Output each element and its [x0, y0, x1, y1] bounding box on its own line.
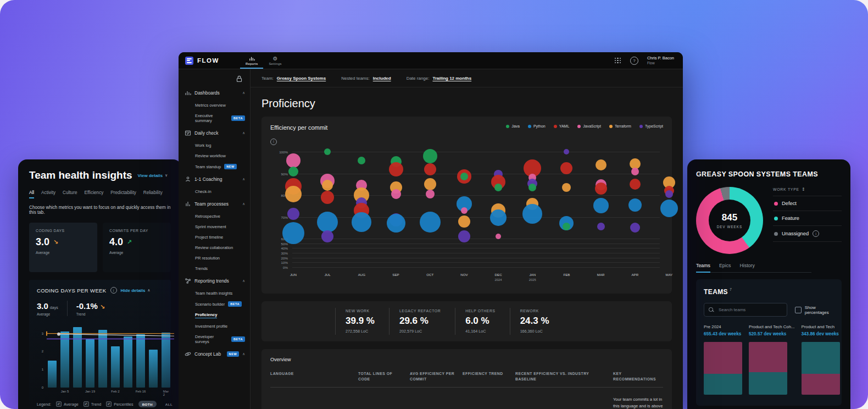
hide-details-link[interactable]: Hide details ∧	[121, 288, 151, 293]
bubble-java[interactable]	[528, 184, 536, 191]
pill-all[interactable]: ALL	[162, 401, 176, 407]
bubble-terraform[interactable]	[322, 180, 333, 191]
tab-reports[interactable]: Reports	[240, 52, 263, 69]
bar[interactable]	[162, 333, 170, 388]
sidebar-item-trends[interactable]: Trends	[179, 263, 250, 274]
bubble-yaml[interactable]	[595, 183, 607, 195]
sidebar-item-project-timeline[interactable]: Project timeline	[179, 232, 250, 242]
bar[interactable]	[149, 350, 158, 388]
bubble-yaml[interactable]	[630, 179, 641, 190]
filter-value[interactable]: Included	[373, 76, 391, 81]
bar[interactable]	[124, 336, 132, 388]
help-icon[interactable]: ?	[630, 57, 638, 65]
tab-culture[interactable]: Culture	[63, 190, 77, 198]
bubble-java[interactable]	[324, 148, 331, 155]
bubble-python[interactable]	[420, 212, 441, 233]
tab-all[interactable]: All	[29, 190, 34, 198]
sidebar-item-proficiency[interactable]: Proficiency	[179, 309, 250, 321]
bubble-javascript[interactable]	[391, 189, 401, 199]
info-icon[interactable]: i	[270, 139, 277, 145]
checkbox-checked[interactable]: ✓	[56, 401, 62, 407]
bubble-python[interactable]	[317, 212, 338, 233]
sidebar-item-work-log[interactable]: Work log	[179, 140, 250, 151]
tab-settings[interactable]: ⚙Settings	[263, 52, 287, 69]
sidebar-item-developer-surveys[interactable]: Developer surveysBETA	[179, 331, 250, 347]
tab-efficiency[interactable]: Efficiency	[84, 190, 103, 198]
bubble-javascript[interactable]	[461, 207, 468, 214]
bubble-python[interactable]	[593, 198, 609, 213]
pill-both[interactable]: BOTH	[138, 401, 157, 407]
bubble-typescript[interactable]	[287, 208, 299, 220]
bubble-javascript[interactable]	[631, 168, 639, 175]
bubble-terraform[interactable]	[424, 178, 436, 190]
show-percentages-option[interactable]: Show percentages	[795, 305, 834, 315]
bubble-javascript[interactable]	[286, 153, 301, 168]
search-teams-input[interactable]	[717, 307, 782, 313]
bubble-typescript[interactable]	[665, 190, 673, 198]
bubble-python[interactable]	[387, 214, 405, 233]
work-type-row-feature[interactable]: Feature	[773, 211, 842, 226]
bar[interactable]	[86, 339, 94, 388]
bubble-terraform[interactable]	[596, 159, 607, 170]
sidebar-item-sprint-movement[interactable]: Sprint movement	[179, 222, 250, 232]
bubble-java[interactable]	[494, 184, 502, 191]
sort-icon[interactable]: ↕	[802, 187, 806, 192]
sidebar-item-review-collaboration[interactable]: Review collaboration	[179, 242, 250, 253]
bar[interactable]	[73, 327, 82, 388]
bubble-javascript[interactable]	[426, 190, 435, 198]
apps-grid-icon[interactable]	[615, 58, 621, 64]
bubble-python[interactable]	[490, 209, 507, 226]
show-percentages-checkbox[interactable]	[795, 307, 802, 313]
sidebar-item-pr-resolution[interactable]: PR resolution	[179, 253, 250, 263]
info-icon[interactable]: i	[110, 287, 117, 294]
app-logo[interactable]: FLOW	[179, 52, 240, 69]
team-stacked-bar[interactable]	[802, 342, 840, 395]
work-type-row-unassigned[interactable]: Unassignedi	[773, 226, 842, 242]
sidebar-item-review-workflow[interactable]: Review workflow	[179, 151, 250, 161]
bubble-typescript[interactable]	[564, 149, 569, 154]
info-icon[interactable]: i	[813, 230, 819, 237]
bubble-python[interactable]	[282, 222, 304, 244]
legend-toggle-trend[interactable]: ✓Trend	[84, 401, 102, 407]
bar[interactable]	[111, 346, 120, 388]
filter-value[interactable]: Greasy Spoon Systems	[277, 76, 326, 81]
sidebar-item-investment-profile[interactable]: Investment profile	[179, 321, 250, 331]
bubble-yaml[interactable]	[389, 162, 403, 176]
bubble-typescript[interactable]	[458, 230, 470, 242]
bubble-java[interactable]	[423, 149, 437, 163]
lock-icon[interactable]	[236, 75, 242, 82]
sidebar-section-daily-check[interactable]: Daily check∧	[179, 126, 250, 140]
bubble-java[interactable]	[358, 157, 365, 164]
bubble-python[interactable]	[660, 200, 678, 217]
sidebar-item-team-health-insights[interactable]: Team health insights	[179, 288, 250, 299]
sidebar-item-retrospective[interactable]: Retrospective	[179, 211, 250, 222]
sidebar-item-executive-summary[interactable]: Executive summaryBETA	[179, 110, 250, 126]
bubble-java[interactable]	[288, 167, 298, 176]
bubble-terraform[interactable]	[562, 183, 571, 192]
bubble-yaml[interactable]	[560, 162, 572, 174]
bubble-python[interactable]	[628, 198, 642, 212]
bubble-python[interactable]	[352, 212, 371, 232]
table-row[interactable]: Python 241,641 69.2 % 1% ↗	[270, 388, 663, 409]
tab-activity[interactable]: Activity	[41, 190, 55, 198]
sidebar-section-team-processes[interactable]: Team processes∧	[179, 197, 250, 211]
bubble-python[interactable]	[522, 204, 542, 224]
sidebar-section-dashboards[interactable]: Dashboards∧	[179, 86, 250, 100]
bubble-typescript[interactable]	[321, 230, 333, 242]
sidebar-item-metrics-overview[interactable]: Metrics overview	[179, 100, 250, 110]
sidebar-item-check-in[interactable]: Check-in	[179, 186, 250, 197]
work-type-row-defect[interactable]: Defect	[773, 196, 842, 211]
legend-toggle-percentiles[interactable]: ✓Percentiles	[106, 401, 133, 407]
tab-teams[interactable]: Teams	[696, 263, 710, 273]
tab-history[interactable]: History	[739, 263, 754, 273]
tab-predictability[interactable]: Predictability	[110, 190, 136, 198]
work-type-donut-chart[interactable]: 845 DEV WEEKS	[696, 187, 763, 254]
bubble-typescript[interactable]	[630, 223, 640, 233]
bubble-yaml[interactable]	[321, 191, 334, 204]
sidebar-section-reporting-trends[interactable]: Reporting trends∧	[179, 274, 250, 288]
team-stacked-bar[interactable]	[749, 342, 787, 395]
bar[interactable]	[60, 331, 69, 388]
tab-epics[interactable]: Epics	[719, 263, 731, 273]
bubble-yaml[interactable]	[424, 163, 436, 175]
tab-reliability[interactable]: Reliability	[143, 190, 163, 198]
